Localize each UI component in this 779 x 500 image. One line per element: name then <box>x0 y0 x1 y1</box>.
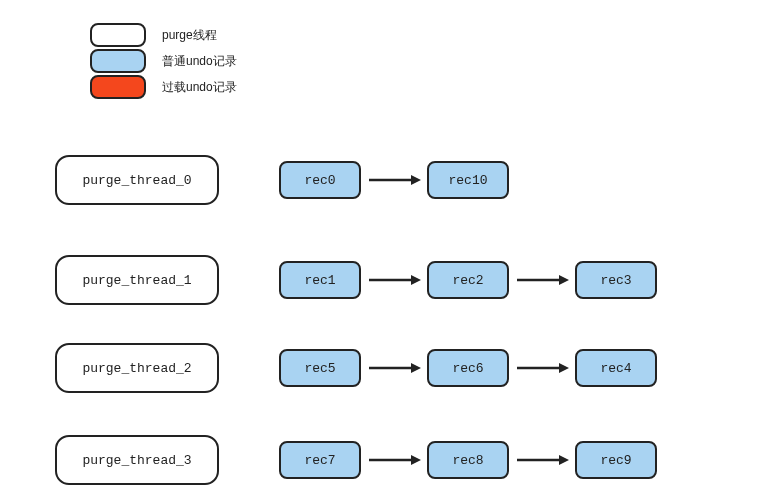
rec-label: rec0 <box>304 173 335 188</box>
thread-label: purge_thread_2 <box>82 361 191 376</box>
legend-swatch-blue <box>90 49 146 73</box>
undo-record-box: rec6 <box>427 349 509 387</box>
purge-thread-box: purge_thread_1 <box>55 255 219 305</box>
legend-label: purge线程 <box>162 27 217 44</box>
thread-label: purge_thread_3 <box>82 453 191 468</box>
legend-label: 过载undo记录 <box>162 79 237 96</box>
rec-label: rec4 <box>600 361 631 376</box>
thread-row: purge_thread_3 rec7 rec8 rec9 <box>55 435 657 485</box>
arrow-icon <box>367 270 421 290</box>
arrow-icon <box>367 450 421 470</box>
undo-record-box: rec8 <box>427 441 509 479</box>
thread-row: purge_thread_0 rec0 rec10 <box>55 155 509 205</box>
rec-label: rec1 <box>304 273 335 288</box>
undo-record-box: rec3 <box>575 261 657 299</box>
legend-swatch-red <box>90 75 146 99</box>
undo-record-box: rec0 <box>279 161 361 199</box>
purge-thread-box: purge_thread_0 <box>55 155 219 205</box>
svg-marker-11 <box>411 455 421 465</box>
undo-record-box: rec2 <box>427 261 509 299</box>
legend-row: 普通undo记录 <box>90 48 237 74</box>
legend-row: purge线程 <box>90 22 237 48</box>
legend: purge线程 普通undo记录 过载undo记录 <box>90 22 237 100</box>
svg-marker-9 <box>559 363 569 373</box>
legend-row: 过载undo记录 <box>90 74 237 100</box>
arrow-icon <box>515 270 569 290</box>
purge-thread-box: purge_thread_3 <box>55 435 219 485</box>
svg-marker-5 <box>559 275 569 285</box>
undo-record-box: rec7 <box>279 441 361 479</box>
arrow-icon <box>515 358 569 378</box>
rec-label: rec7 <box>304 453 335 468</box>
undo-record-box: rec4 <box>575 349 657 387</box>
arrow-icon <box>515 450 569 470</box>
thread-label: purge_thread_0 <box>82 173 191 188</box>
legend-swatch-white <box>90 23 146 47</box>
svg-marker-3 <box>411 275 421 285</box>
rec-label: rec9 <box>600 453 631 468</box>
svg-marker-13 <box>559 455 569 465</box>
legend-label: 普通undo记录 <box>162 53 237 70</box>
undo-record-box: rec10 <box>427 161 509 199</box>
rec-label: rec2 <box>452 273 483 288</box>
svg-marker-1 <box>411 175 421 185</box>
thread-row: purge_thread_1 rec1 rec2 rec3 <box>55 255 657 305</box>
thread-label: purge_thread_1 <box>82 273 191 288</box>
undo-record-box: rec1 <box>279 261 361 299</box>
rec-label: rec10 <box>448 173 487 188</box>
purge-thread-box: purge_thread_2 <box>55 343 219 393</box>
thread-row: purge_thread_2 rec5 rec6 rec4 <box>55 343 657 393</box>
svg-marker-7 <box>411 363 421 373</box>
arrow-icon <box>367 170 421 190</box>
undo-record-box: rec9 <box>575 441 657 479</box>
rec-label: rec3 <box>600 273 631 288</box>
arrow-icon <box>367 358 421 378</box>
rec-label: rec5 <box>304 361 335 376</box>
rec-label: rec8 <box>452 453 483 468</box>
rec-label: rec6 <box>452 361 483 376</box>
undo-record-box: rec5 <box>279 349 361 387</box>
